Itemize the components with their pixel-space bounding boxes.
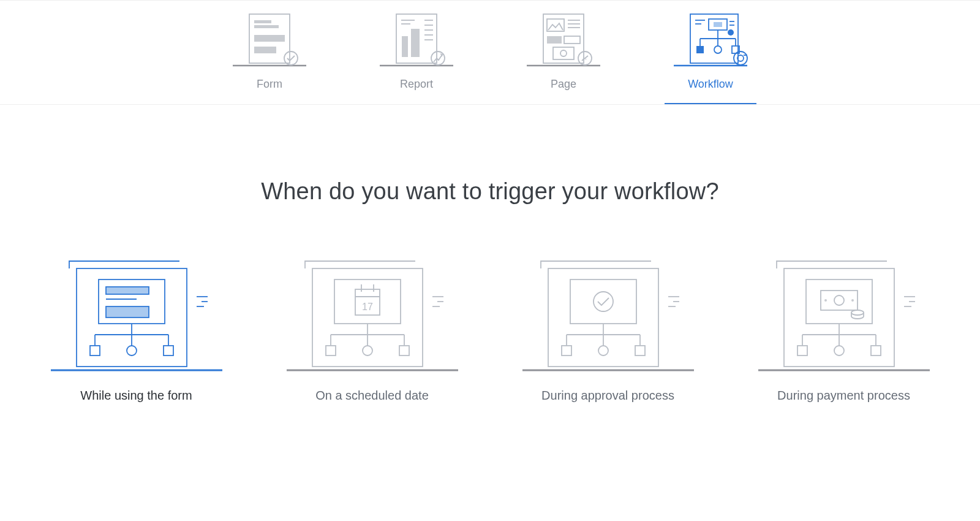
tab-label: Report (400, 78, 433, 91)
svg-rect-67 (164, 346, 173, 356)
option-label: On a scheduled date (315, 389, 429, 403)
svg-rect-58 (106, 306, 149, 318)
page-doc-icon: ‹ › (524, 12, 603, 67)
svg-rect-98 (562, 346, 571, 356)
svg-rect-105 (784, 268, 894, 367)
svg-point-49 (734, 51, 747, 65)
svg-rect-46 (696, 46, 704, 53)
tab-workflow[interactable]: Workflow (665, 12, 756, 104)
svg-rect-26 (564, 36, 580, 44)
option-label: During approval process (541, 389, 674, 403)
page-heading: When do you want to trigger your workflo… (37, 178, 943, 205)
content-area: When do you want to trigger your workflo… (0, 105, 980, 403)
svg-point-108 (834, 295, 844, 305)
svg-point-110 (851, 299, 854, 302)
svg-point-6 (284, 51, 298, 65)
svg-rect-3 (254, 25, 279, 28)
svg-rect-91 (570, 280, 636, 324)
svg-point-28 (560, 50, 567, 56)
workflow-doc-icon (671, 12, 750, 67)
svg-point-66 (127, 346, 137, 356)
svg-rect-2 (254, 20, 271, 23)
svg-rect-25 (547, 36, 562, 44)
tab-label: Form (257, 78, 282, 91)
tab-page[interactable]: ‹ › Page (518, 12, 609, 104)
option-schedule-trigger[interactable]: 17 On a scheduled date (273, 254, 472, 403)
svg-rect-65 (90, 346, 100, 356)
tab-label: Page (551, 78, 576, 91)
svg-rect-85 (399, 346, 409, 356)
svg-rect-4 (254, 35, 285, 42)
approval-trigger-icon (516, 254, 700, 376)
tab-report[interactable]: Report (371, 12, 462, 104)
svg-rect-27 (553, 47, 574, 59)
option-approval-trigger[interactable]: During approval process (508, 254, 707, 403)
svg-point-111 (851, 310, 864, 315)
svg-point-99 (598, 346, 608, 356)
report-doc-icon (377, 12, 456, 67)
svg-point-92 (594, 292, 613, 311)
svg-text:‹ ›: ‹ › (582, 57, 587, 61)
svg-point-118 (834, 346, 844, 356)
svg-rect-21 (547, 19, 564, 31)
option-label: While using the form (80, 389, 192, 403)
tab-form[interactable]: Form (224, 12, 315, 104)
svg-rect-106 (806, 280, 872, 324)
tab-label: Workflow (688, 78, 733, 91)
svg-point-18 (431, 51, 445, 65)
option-payment-trigger[interactable]: During payment process (744, 254, 943, 403)
form-doc-icon (230, 12, 309, 67)
payment-trigger-icon (752, 254, 936, 376)
svg-point-47 (714, 46, 722, 53)
option-form-trigger[interactable]: While using the form (37, 254, 236, 403)
svg-rect-5 (254, 47, 276, 53)
svg-point-40 (728, 29, 734, 36)
tab-bar: Form Report (0, 0, 980, 105)
option-label: During payment process (777, 389, 910, 403)
trigger-options: While using the form 17 (37, 254, 943, 403)
form-trigger-icon (45, 254, 228, 376)
svg-rect-11 (402, 36, 408, 57)
calendar-day: 17 (362, 302, 373, 312)
schedule-trigger-icon: 17 (281, 254, 464, 376)
svg-rect-100 (635, 346, 645, 356)
svg-rect-37 (714, 22, 722, 27)
svg-point-84 (363, 346, 372, 356)
svg-rect-12 (411, 29, 420, 57)
svg-rect-119 (871, 346, 881, 356)
svg-rect-83 (326, 346, 336, 356)
svg-rect-72 (312, 268, 423, 367)
svg-rect-117 (797, 346, 807, 356)
svg-rect-55 (106, 287, 149, 294)
svg-rect-90 (548, 268, 658, 367)
svg-point-109 (824, 299, 827, 302)
